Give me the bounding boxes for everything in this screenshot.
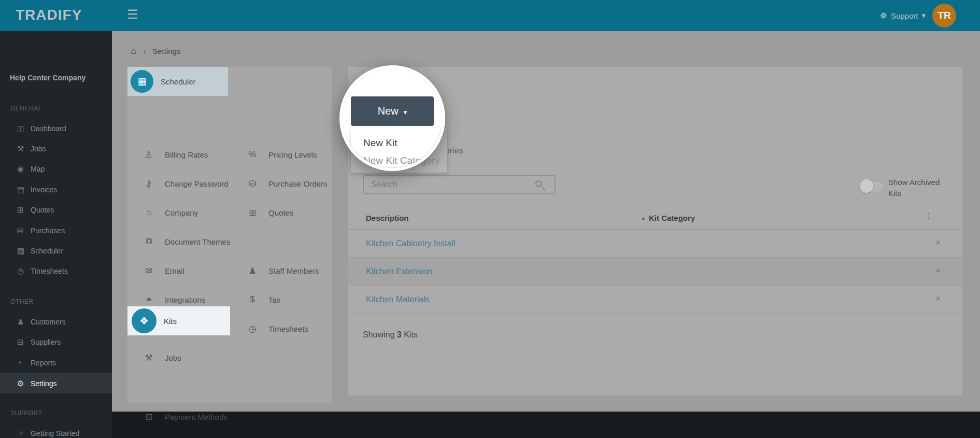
settings-item-purchase-orders[interactable]: ⛁Purchase Orders — [244, 169, 331, 198]
chevron-down-icon: ▾ — [404, 108, 407, 116]
search-box — [363, 175, 556, 194]
breadcrumb-separator: › — [143, 47, 146, 56]
calculator-icon: ⊞ — [17, 205, 31, 215]
breadcrumb-current: Settings — [152, 47, 180, 55]
new-dropdown-menu: New Kit New Kit Category — [351, 128, 447, 173]
sidebar-item-map[interactable]: ◉Map — [0, 159, 112, 179]
hammer-icon: ⚒ — [17, 144, 31, 153]
menu-item-new-kit-category[interactable]: New Kit Category — [363, 155, 440, 166]
company-name: Help Center Company — [10, 74, 103, 82]
table-row: Kitchen Materials × — [348, 286, 962, 314]
pie-chart-icon: ◔ — [17, 358, 31, 367]
section-label-support: SUPPORT — [10, 409, 42, 417]
sidebar-item-jobs[interactable]: ⚒Jobs — [0, 138, 112, 159]
close-icon[interactable]: × — [935, 265, 941, 276]
sidebar-item-suppliers[interactable]: ⊟Suppliers — [0, 332, 112, 352]
sidebar-item-label: Dashboard — [31, 124, 66, 133]
dollar-icon: $ — [244, 294, 261, 305]
sidebar-item-label: Scheduler — [31, 247, 63, 255]
settings-item-tax[interactable]: $Tax — [244, 285, 331, 314]
user-avatar[interactable]: TR — [932, 4, 956, 27]
settings-item-jobs[interactable]: ⚒Jobs — [140, 343, 244, 372]
settings-item-billing-rates[interactable]: ♙Billing Rates — [140, 140, 244, 169]
dashboard-icon: ◫ — [17, 124, 31, 133]
settings-item-payment-methods[interactable]: ⊡Payment Methods — [140, 402, 244, 431]
kit-link[interactable]: Kitchen Extension — [366, 267, 432, 276]
settings-item-quotes[interactable]: ⊞Quotes — [244, 198, 331, 227]
cart-icon: ⛁ — [244, 178, 261, 189]
settings-item-kits[interactable]: ❖ Kits — [127, 306, 230, 335]
sidebar-item-label: Suppliers — [31, 338, 61, 346]
show-archived-label: Show Archived Kits — [888, 177, 950, 199]
sidebar-item-purchases[interactable]: ⛁Purchases — [0, 220, 112, 241]
settings-item-document-themes[interactable]: ⧉Document Themes — [140, 227, 244, 256]
kit-count: 3 — [397, 330, 402, 339]
thumbs-up-icon: ☞ — [17, 429, 31, 438]
sidebar: Help Center Company GENERAL ◫Dashboard ⚒… — [0, 31, 112, 438]
calendar-icon: ▦ — [17, 246, 31, 256]
hammer-icon: ⚒ — [140, 352, 158, 363]
menu-item-new-kit[interactable]: New Kit — [363, 137, 397, 149]
settings-item-company[interactable]: ⌂Company — [140, 198, 244, 227]
settings-item-email[interactable]: ✉Email — [140, 256, 244, 285]
sidebar-item-reports[interactable]: ◔Reports — [0, 352, 112, 373]
sidebar-item-quotes[interactable]: ⊞Quotes — [0, 200, 112, 220]
close-icon[interactable]: × — [935, 293, 941, 304]
column-header-description[interactable]: Description — [366, 214, 409, 222]
support-lifebuoy-icon: ☸ — [880, 11, 887, 21]
hamburger-menu-icon[interactable]: ☰ — [127, 7, 138, 22]
settings-item-pricing-levels[interactable]: %Pricing Levels — [244, 140, 331, 169]
link-icon: ⚭ — [140, 294, 158, 305]
gear-icon: ⚙ — [17, 379, 31, 388]
table-row: Kitchen Cabinetry Install × — [348, 230, 962, 258]
results-summary: Showing 3 Kits — [363, 330, 418, 340]
settings-item-label: Kits — [164, 317, 177, 326]
sidebar-item-settings[interactable]: ⚙Settings — [0, 373, 112, 393]
sidebar-item-customers[interactable]: ♟Customers — [0, 312, 112, 332]
sidebar-item-label: Timesheets — [31, 267, 68, 275]
sidebar-item-label: Invoices — [31, 186, 57, 194]
home-icon[interactable]: ⌂ — [131, 46, 136, 56]
sidebar-item-label: Customers — [31, 318, 66, 326]
show-archived-toggle[interactable] — [860, 180, 884, 192]
percent-icon: % — [244, 149, 261, 160]
document-icon: ▤ — [17, 185, 31, 194]
close-icon[interactable]: × — [935, 237, 941, 248]
calculator-icon: ⊞ — [244, 207, 261, 218]
section-label-other: OTHER — [10, 298, 34, 305]
kit-link[interactable]: Kitchen Cabinetry Install — [366, 239, 456, 248]
envelope-icon: ✉ — [140, 265, 158, 276]
search-input[interactable] — [371, 177, 532, 192]
home-icon: ⌂ — [140, 207, 158, 218]
sort-both-icon[interactable]: ▲ ▼ — [926, 211, 931, 221]
sidebar-item-label: Reports — [31, 359, 56, 367]
support-menu[interactable]: ☸ Support ▾ — [880, 0, 926, 31]
copy-icon: ⧉ — [140, 236, 158, 247]
sidebar-item-timesheets[interactable]: ◷Timesheets — [0, 261, 112, 281]
sidebar-item-dashboard[interactable]: ◫Dashboard — [0, 118, 112, 138]
sidebar-item-label: Jobs — [31, 145, 46, 153]
people-icon: ♟ — [17, 317, 31, 327]
settings-item-scheduler[interactable]: ▦ Scheduler — [127, 67, 228, 96]
tradify-logo: TRADIFY — [16, 7, 82, 23]
table-header: Description ▲ Kit Category ▲ ▼ — [348, 207, 962, 230]
settings-menu-panel: ▦ Scheduler ❖ Kits ♙Billing Rates ⚷Chang… — [127, 67, 332, 403]
sidebar-item-scheduler[interactable]: ▦Scheduler — [0, 241, 112, 261]
people-icon: ♟ — [244, 265, 261, 276]
top-navbar: TRADIFY ☰ ☸ Support ▾ TR — [0, 0, 980, 31]
column-header-kit-category[interactable]: Kit Category — [649, 214, 695, 222]
new-button[interactable]: New ▾ — [351, 96, 434, 126]
sidebar-item-invoices[interactable]: ▤Invoices — [0, 179, 112, 200]
calendar-icon: ▦ — [131, 70, 153, 93]
sidebar-item-getting-started[interactable]: ☞Getting Started — [0, 423, 112, 438]
sidebar-item-label: Purchases — [31, 227, 65, 235]
sidebar-item-label: Settings — [31, 379, 57, 388]
search-icon — [535, 180, 542, 187]
breadcrumb: ⌂ › Settings — [131, 46, 180, 56]
settings-item-staff-members[interactable]: ♟Staff Members — [244, 256, 331, 285]
settings-item-change-password[interactable]: ⚷Change Password — [140, 169, 244, 198]
support-label: Support — [891, 11, 918, 20]
kit-link[interactable]: Kitchen Materials — [366, 295, 430, 304]
settings-item-timesheets[interactable]: ◷Timesheets — [244, 314, 331, 343]
settings-item-price-list[interactable]: ▥Price List — [140, 431, 244, 438]
